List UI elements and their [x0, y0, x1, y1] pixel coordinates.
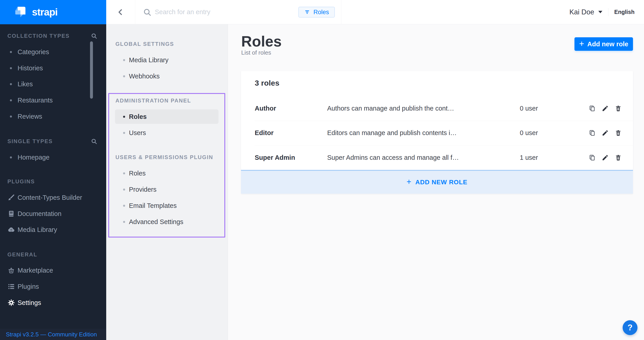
sidebar-item-settings[interactable]: Settings [0, 297, 106, 308]
add-new-role-label: Add new role [587, 40, 628, 48]
settings-item-label: Providers [129, 186, 156, 193]
row-actions [587, 104, 623, 114]
sidebar-item-homepage[interactable]: Homepage [0, 152, 106, 163]
global-settings-header: GLOBAL SETTINGS [116, 39, 174, 49]
bullet-icon [10, 99, 12, 101]
question-mark-icon: ? [628, 323, 632, 332]
topbar: Roles Kai Doe English [106, 0, 644, 24]
settings-item-media-library[interactable]: Media Library [106, 55, 228, 65]
bullet-icon [123, 75, 125, 77]
sidebar-item-label: Plugins [18, 283, 39, 290]
roles-table: Author Authors can manage and publish th… [241, 96, 633, 170]
language-selector[interactable]: English [614, 9, 634, 15]
settings-item-label: Roles [129, 170, 146, 177]
search-icon[interactable] [91, 138, 97, 145]
settings-item-admin-users[interactable]: Users [106, 127, 228, 138]
settings-item-advanced-settings[interactable]: Advanced Settings [106, 216, 228, 227]
search-icon [143, 8, 152, 16]
filter-chip-roles[interactable]: Roles [298, 7, 335, 17]
delete-role-button[interactable] [613, 104, 623, 114]
back-button[interactable] [106, 0, 135, 24]
sidebar-scrollbar[interactable] [90, 41, 93, 99]
table-row-super-admin[interactable]: Super Admin Super Admins can access and … [241, 145, 633, 170]
settings-item-label: Webhooks [129, 73, 160, 80]
caret-down-icon[interactable] [598, 11, 602, 13]
plus-icon: + [579, 39, 584, 48]
strapi-version-link[interactable]: Strapi v3.2.5 — Community Edition [6, 331, 97, 338]
edit-role-button[interactable] [600, 153, 610, 163]
delete-role-button[interactable] [613, 153, 623, 163]
list-icon [8, 283, 15, 290]
back-chevron-icon [117, 8, 124, 16]
sidebar-item-label: Documentation [18, 210, 62, 217]
role-name: Author [255, 105, 327, 112]
divider [608, 8, 608, 16]
search-input[interactable] [155, 0, 281, 24]
edit-role-button[interactable] [600, 128, 610, 138]
user-menu[interactable]: Kai Doe [569, 8, 594, 16]
bullet-icon [123, 59, 125, 61]
settings-item-providers[interactable]: Providers [106, 184, 228, 195]
brand-wordmark: strapi [32, 6, 58, 18]
role-description: Editors can manage and publish contents … [327, 129, 520, 137]
duplicate-role-button[interactable] [587, 104, 597, 114]
trash-icon [615, 105, 622, 112]
help-button[interactable]: ? [622, 320, 638, 335]
strapi-logo-icon [12, 5, 28, 19]
role-name: Super Admin [255, 154, 327, 161]
strapi-logo[interactable]: strapi [0, 0, 106, 24]
duplicate-role-button[interactable] [587, 128, 597, 138]
trash-icon [615, 130, 622, 136]
settings-item-email-templates[interactable]: Email Templates [106, 200, 228, 211]
sidebar-item-plugins[interactable]: Plugins [0, 281, 106, 292]
single-types-header: SINGLE TYPES [8, 136, 97, 146]
general-header: GENERAL [8, 250, 97, 260]
sidebar-item-marketplace[interactable]: Marketplace [0, 265, 106, 276]
sidebar-item-label: Content-Types Builder [18, 194, 82, 201]
role-user-count: 0 user [520, 105, 574, 112]
add-new-role-row[interactable]: + ADD NEW ROLE [241, 170, 633, 194]
filter-chip-label: Roles [314, 9, 329, 16]
edit-pencil-icon [602, 154, 609, 161]
bullet-icon [123, 221, 125, 223]
sidebar-item-content-types-builder[interactable]: Content-Types Builder [0, 192, 106, 203]
sidebar-item-documentation[interactable]: Documentation [0, 208, 106, 219]
sidebar-item-label: Categories [18, 48, 49, 56]
settings-item-label: Media Library [129, 56, 168, 64]
edit-pencil-icon [602, 130, 609, 136]
sidebar-item-reviews[interactable]: Reviews [0, 111, 106, 122]
settings-item-up-roles[interactable]: Roles [106, 168, 228, 179]
roles-table-card: 3 roles Author Authors can manage and pu… [241, 71, 633, 170]
settings-item-label: Email Templates [129, 202, 177, 209]
table-row-editor[interactable]: Editor Editors can manage and publish co… [241, 121, 633, 145]
main-sidebar: COLLECTION TYPES Categories Histories Li… [0, 24, 106, 340]
delete-role-button[interactable] [613, 128, 623, 138]
search-icon[interactable] [91, 33, 97, 39]
settings-item-admin-roles[interactable]: Roles [106, 111, 228, 122]
add-new-role-button[interactable]: + Add new role [574, 37, 633, 51]
sidebar-item-label: Homepage [18, 154, 50, 161]
sidebar-item-label: Settings [18, 299, 41, 307]
duplicate-role-button[interactable] [587, 153, 597, 163]
sidebar-item-label: Restaurants [18, 97, 53, 104]
edit-role-button[interactable] [600, 104, 610, 114]
bullet-icon [10, 116, 12, 118]
cloud-upload-icon [8, 226, 15, 233]
administration-panel-header: ADMINISTRATION PANEL [116, 96, 191, 106]
gear-icon [8, 299, 15, 307]
sidebar-item-label: Histories [18, 64, 43, 72]
row-actions [587, 128, 623, 138]
sidebar-item-label: Marketplace [18, 267, 53, 274]
sidebar-item-media-library[interactable]: Media Library [0, 224, 106, 235]
copy-icon [589, 105, 596, 112]
row-actions [587, 153, 623, 163]
table-row-author[interactable]: Author Authors can manage and publish th… [241, 96, 633, 121]
sidebar-item-label: Likes [18, 80, 33, 88]
bullet-icon [10, 67, 12, 69]
book-icon [8, 210, 15, 217]
role-user-count: 1 user [520, 154, 574, 161]
plugins-header: PLUGINS [8, 177, 97, 186]
plugins-title: PLUGINS [8, 178, 35, 185]
settings-item-webhooks[interactable]: Webhooks [106, 71, 228, 82]
copy-icon [589, 154, 596, 161]
